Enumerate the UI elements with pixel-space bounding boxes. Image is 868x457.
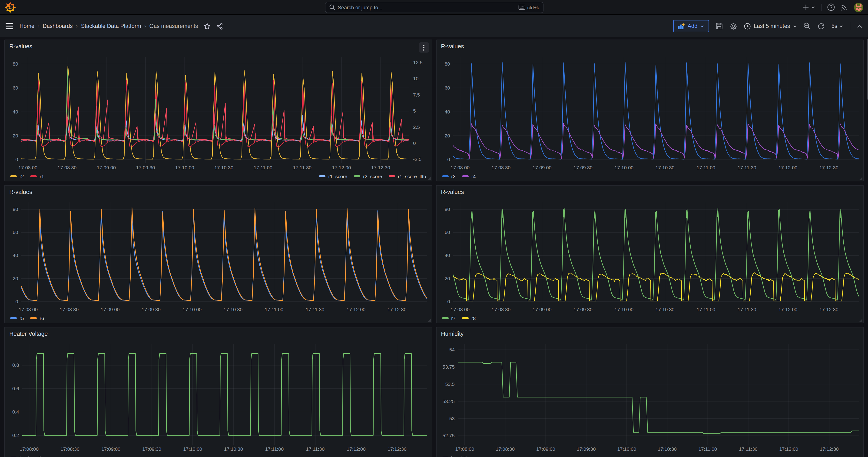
legend-item-r7[interactable]: r7 <box>442 315 456 321</box>
dashboard-settings-icon[interactable] <box>730 22 738 30</box>
breadcrumb-separator: › <box>144 23 146 29</box>
svg-text:17:09:00: 17:09:00 <box>97 165 116 170</box>
svg-text:60: 60 <box>13 230 18 235</box>
svg-text:12.5: 12.5 <box>413 60 423 65</box>
svg-text:0.2: 0.2 <box>12 433 19 438</box>
legend-item-r3[interactable]: r3 <box>442 174 456 179</box>
legend-item-r1_score_lttb[interactable]: r1_score_lttb <box>389 174 426 179</box>
svg-text:53: 53 <box>449 416 455 421</box>
svg-text:17:12:30: 17:12:30 <box>819 165 838 170</box>
svg-text:17:10:30: 17:10:30 <box>655 165 674 170</box>
legend-swatch <box>462 175 469 177</box>
legend-item-r1_score[interactable]: r1_score <box>319 174 347 179</box>
top-bar: Search or jump to... ctrl+k <box>0 0 868 15</box>
svg-text:17:09:30: 17:09:30 <box>573 165 592 170</box>
panel-r-values-2: R-values 02040608017:08:0017:08:3017:09:… <box>436 39 864 181</box>
mega-menu-toggle[interactable] <box>6 23 13 29</box>
svg-text:17:08:00: 17:08:00 <box>20 446 39 452</box>
time-series-chart[interactable]: 02040608017:08:0017:08:3017:09:0017:09:3… <box>436 53 863 172</box>
search-input[interactable]: Search or jump to... ctrl+k <box>325 2 543 13</box>
svg-text:17:08:30: 17:08:30 <box>58 165 77 170</box>
panel-legend: r7r8 <box>436 313 863 323</box>
panel-resize-handle[interactable] <box>428 177 431 180</box>
time-range-picker[interactable]: Last 5 minutes <box>744 23 797 30</box>
svg-text:10: 10 <box>413 76 418 81</box>
legend-item-r8[interactable]: r8 <box>462 315 476 321</box>
panel-header[interactable]: R-values <box>436 186 863 199</box>
search-shortcut: ctrl+k <box>527 4 539 10</box>
svg-text:52.75: 52.75 <box>442 433 454 438</box>
grafana-logo[interactable] <box>5 2 16 13</box>
legend-item-r1[interactable]: r1 <box>30 174 44 179</box>
new-plus-button[interactable] <box>802 4 815 11</box>
refresh-icon[interactable] <box>817 22 825 30</box>
svg-text:17:09:00: 17:09:00 <box>101 446 120 452</box>
breadcrumb-folder[interactable]: Stackable Data Platform <box>81 23 141 29</box>
svg-text:40: 40 <box>444 252 450 258</box>
panel-r-values-3: R-values 02040608017:08:0017:08:3017:09:… <box>4 185 432 323</box>
svg-text:17:12:30: 17:12:30 <box>371 165 390 170</box>
legend-label: r8 <box>471 315 476 321</box>
svg-text:17:08:30: 17:08:30 <box>60 307 79 312</box>
time-series-chart[interactable]: 02040608017:08:0017:08:3017:09:0017:09:3… <box>436 199 863 313</box>
svg-text:17:11:00: 17:11:00 <box>698 446 717 452</box>
legend-item-r2[interactable]: r2 <box>10 174 24 179</box>
search-placeholder: Search or jump to... <box>338 4 518 10</box>
svg-text:0.6: 0.6 <box>12 386 19 391</box>
panel-header[interactable]: R-values <box>5 186 432 199</box>
news-rss-icon[interactable] <box>841 3 848 11</box>
dashboard-grid: R-values 020406080-2.502.557.51012.517:0… <box>0 37 868 457</box>
panel-header[interactable]: Heater Voltage <box>5 328 432 340</box>
legend-item-r6[interactable]: r6 <box>30 315 44 321</box>
page-scrollbar-thumb[interactable] <box>867 39 868 99</box>
panel-legend: heatervoltage <box>5 453 432 457</box>
legend-item-humidity[interactable]: humidity <box>442 455 469 457</box>
svg-text:17:12:30: 17:12:30 <box>388 446 407 452</box>
legend-item-r2_score[interactable]: r2_score <box>354 174 382 179</box>
legend-item-r5[interactable]: r5 <box>10 315 24 321</box>
svg-text:17:12:00: 17:12:00 <box>778 165 797 170</box>
time-series-chart[interactable]: 02040608017:08:0017:08:3017:09:0017:09:3… <box>5 199 432 313</box>
breadcrumb: Home › Dashboards › Stackable Data Platf… <box>20 23 198 29</box>
svg-text:0: 0 <box>16 299 18 304</box>
time-series-chart[interactable]: 52.755353.2553.553.755417:08:0017:08:301… <box>436 340 863 453</box>
add-panel-button[interactable]: Add <box>673 20 709 32</box>
legend-swatch <box>442 317 448 319</box>
svg-text:80: 80 <box>444 207 450 212</box>
panel-header[interactable]: R-values <box>436 40 863 53</box>
save-dashboard-icon[interactable] <box>716 22 723 30</box>
svg-text:17:08:00: 17:08:00 <box>19 307 38 312</box>
legend-label: r2 <box>20 174 24 179</box>
panel-menu-button[interactable] <box>418 42 429 53</box>
svg-text:5: 5 <box>413 108 416 114</box>
svg-text:0: 0 <box>447 157 450 162</box>
legend-item-heatervoltage[interactable]: heatervoltage <box>10 455 49 457</box>
breadcrumb-home[interactable]: Home <box>20 23 34 29</box>
svg-text:17:11:30: 17:11:30 <box>293 165 311 170</box>
favorite-star-icon[interactable] <box>204 23 211 30</box>
panel-header[interactable]: Humidity <box>436 328 863 340</box>
svg-text:17:10:00: 17:10:00 <box>175 165 194 170</box>
time-series-chart[interactable]: 0.20.40.60.817:08:0017:08:3017:09:0017:0… <box>5 340 432 453</box>
refresh-interval-picker[interactable]: 5s <box>832 23 843 29</box>
legend-label: heatervoltage <box>20 455 49 457</box>
svg-text:60: 60 <box>13 85 18 90</box>
legend-item-r4[interactable]: r4 <box>462 174 476 179</box>
share-icon[interactable] <box>216 23 223 30</box>
svg-text:7.5: 7.5 <box>413 92 420 97</box>
legend-label: r1_score <box>328 174 347 179</box>
user-avatar[interactable] <box>854 3 863 12</box>
keyboard-icon <box>518 5 525 10</box>
panel-title: Heater Voltage <box>9 331 48 337</box>
breadcrumb-dashboards[interactable]: Dashboards <box>42 23 72 29</box>
panel-resize-handle[interactable] <box>859 318 862 322</box>
svg-text:17:09:30: 17:09:30 <box>142 307 161 312</box>
legend-label: r1 <box>40 174 44 179</box>
panel-resize-handle[interactable] <box>859 177 862 180</box>
help-icon[interactable] <box>827 3 835 11</box>
panel-header[interactable]: R-values <box>5 40 432 53</box>
time-series-chart[interactable]: 020406080-2.502.557.51012.517:08:0017:08… <box>5 53 432 172</box>
zoom-out-time-icon[interactable] <box>804 22 811 30</box>
collapse-caret-icon[interactable] <box>857 24 862 28</box>
panel-resize-handle[interactable] <box>428 318 431 322</box>
